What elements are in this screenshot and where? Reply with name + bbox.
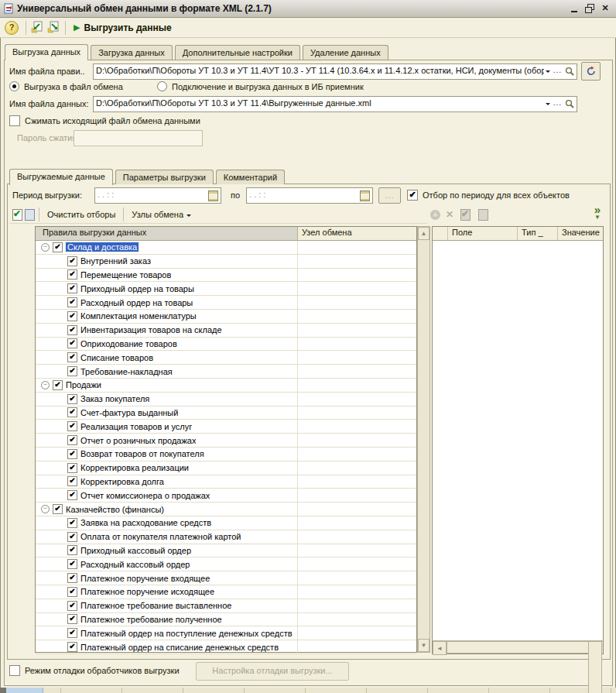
- tree-item-row[interactable]: ✔Платежное поручение входящее: [36, 571, 416, 585]
- close-icon[interactable]: ✕: [601, 4, 610, 13]
- tree-item-row[interactable]: ✔Платежное поручение исходящее: [36, 585, 416, 599]
- collapse-icon[interactable]: −: [41, 505, 50, 513]
- item-checkbox[interactable]: ✔: [67, 407, 77, 417]
- item-checkbox[interactable]: ✔: [67, 559, 77, 569]
- column-field-header[interactable]: Поле: [448, 227, 518, 240]
- data-file-input[interactable]: D:\Обработки\П\Обороты УТ 10.3 и УТ 11.4…: [93, 96, 577, 112]
- item-checkbox[interactable]: ✔: [67, 338, 77, 348]
- export-data-button[interactable]: ▶ Выгрузить данные: [69, 21, 176, 35]
- item-checkbox[interactable]: ✔: [67, 366, 77, 376]
- collapse-icon[interactable]: −: [41, 381, 50, 389]
- minimize-icon[interactable]: [570, 4, 579, 13]
- tree-item-row[interactable]: ✔Отчет о розничных продажах: [36, 434, 416, 448]
- load-settings-icon[interactable]: [31, 21, 44, 34]
- period-filter-checkbox[interactable]: ✔ Отбор по периоду для всех объектов: [407, 190, 570, 201]
- tree-item-row[interactable]: ✔Требование-накладная: [36, 365, 416, 379]
- tree-item-row[interactable]: ✔Возврат товаров от покупателя: [36, 448, 416, 461]
- check-all-icon[interactable]: ✔: [11, 208, 23, 221]
- tree-item-row[interactable]: ✔Перемещение товаров: [36, 269, 416, 283]
- item-checkbox[interactable]: ✔: [67, 601, 77, 611]
- tab-delete-data[interactable]: Удаление данных: [303, 45, 388, 60]
- tree-item-row[interactable]: ✔Счет-фактура выданный: [36, 407, 416, 420]
- column-node-header[interactable]: Узел обмена: [298, 227, 416, 240]
- tree-item-row[interactable]: ✔Платежное требование полученное: [36, 613, 416, 627]
- uncheck-all-icon[interactable]: [23, 208, 36, 221]
- rules-file-input[interactable]: D:\Обработки\П\Обороты УТ 10.3 и УТ 11.4…: [93, 63, 577, 80]
- tab-export-parameters[interactable]: Параметры выгрузки: [115, 170, 214, 184]
- tab-import-data[interactable]: Загрузка данных: [91, 45, 173, 60]
- item-checkbox[interactable]: ✔: [67, 573, 77, 583]
- tree-item-row[interactable]: ✔Расходный ордер на товары: [36, 296, 416, 310]
- tree-vertical-scrollbar[interactable]: ▲ ▼: [417, 226, 430, 653]
- data-file-dropdown-icon[interactable]: [544, 97, 552, 111]
- item-checkbox[interactable]: ✔: [53, 380, 63, 390]
- item-checkbox[interactable]: ✔: [67, 256, 77, 266]
- reload-rules-button[interactable]: [581, 62, 601, 81]
- tree-group-row[interactable]: −✔Склад и доставка: [36, 241, 416, 255]
- tree-item-row[interactable]: ✔Платежное требование выставленное: [36, 599, 416, 613]
- item-checkbox[interactable]: ✔: [67, 642, 77, 652]
- column-rules-header[interactable]: Правила выгрузки данных: [36, 227, 298, 240]
- tree-group-row[interactable]: −✔Продажи: [36, 379, 416, 393]
- collapse-icon[interactable]: −: [41, 243, 50, 252]
- tree-item-row[interactable]: ✔Приходный кассовый ордер: [36, 544, 416, 558]
- radio-export-to-infobase[interactable]: Подключение и выгрузка данных в ИБ прием…: [157, 81, 364, 91]
- period-from-input[interactable]: . . : :: [94, 187, 221, 204]
- item-checkbox[interactable]: ✔: [67, 628, 77, 638]
- item-checkbox[interactable]: ✔: [67, 614, 77, 624]
- scroll-up-icon[interactable]: ▲: [418, 227, 429, 240]
- tree-item-row[interactable]: ✔Корректировка реализации: [36, 461, 416, 475]
- item-checkbox[interactable]: ✔: [67, 463, 77, 473]
- tree-item-row[interactable]: ✔Отчет комиссионера о продажах: [36, 489, 416, 503]
- tree-item-row[interactable]: ✔Платежный ордер на списание денежных ср…: [36, 640, 416, 654]
- calendar-icon[interactable]: [358, 188, 372, 203]
- tree-item-row[interactable]: ✔Приходный ордер на товары: [36, 282, 416, 296]
- tab-additional-settings[interactable]: Дополнительные настройки: [175, 45, 300, 60]
- tree-item-row[interactable]: ✔Реализация товаров и услуг: [36, 420, 416, 434]
- item-checkbox[interactable]: ✔: [53, 242, 63, 252]
- data-file-browse-button[interactable]: ...: [552, 97, 563, 111]
- period-to-input[interactable]: . . : :: [246, 187, 373, 204]
- item-checkbox[interactable]: ✔: [67, 449, 77, 459]
- tree-item-row[interactable]: ✔Списание товаров: [36, 351, 416, 365]
- tree-item-row[interactable]: ✔Заявка на расходование средств: [36, 516, 416, 530]
- tree-group-row[interactable]: −✔Казначейство (финансы): [36, 503, 416, 516]
- data-file-open-icon[interactable]: [563, 97, 577, 111]
- item-checkbox[interactable]: ✔: [53, 504, 63, 514]
- item-checkbox[interactable]: ✔: [67, 311, 77, 321]
- tree-item-row[interactable]: ✔Платежный ордер на поступление денежных…: [36, 626, 416, 640]
- rules-file-dropdown-icon[interactable]: [544, 64, 552, 79]
- tab-export-data[interactable]: Выгрузка данных: [5, 44, 88, 60]
- scrollbar-thumb[interactable]: [447, 641, 589, 654]
- clear-filters-button[interactable]: Очистить отборы: [43, 208, 120, 221]
- item-checkbox[interactable]: ✔: [67, 269, 77, 280]
- item-checkbox[interactable]: ✔: [67, 325, 77, 335]
- tree-item-row[interactable]: ✔Оплата от покупателя платежной картой: [36, 530, 416, 544]
- column-type-header[interactable]: Тип _: [518, 227, 558, 240]
- scroll-left-icon[interactable]: ◄: [433, 641, 447, 655]
- restore-icon[interactable]: [585, 4, 594, 13]
- item-checkbox[interactable]: ✔: [67, 545, 77, 555]
- item-checkbox[interactable]: ✔: [67, 283, 77, 293]
- debug-mode-checkbox[interactable]: ✔ Режим отладки обработчиков выгрузки: [9, 665, 180, 676]
- tree-item-row[interactable]: ✔Расходный кассовый ордер: [36, 557, 416, 571]
- tree-item-row[interactable]: ✔Корректировка долга: [36, 475, 416, 489]
- calendar-icon[interactable]: [207, 188, 221, 203]
- item-checkbox[interactable]: ✔: [67, 421, 77, 431]
- help-icon[interactable]: ?: [5, 21, 19, 35]
- exchange-nodes-button[interactable]: Узлы обмена: [127, 208, 196, 221]
- tree-item-row[interactable]: ✔Комплектация номенклатуры: [36, 310, 416, 324]
- radio-export-to-file[interactable]: Выгрузка в файл обмена: [9, 81, 123, 91]
- item-checkbox[interactable]: ✔: [67, 297, 77, 307]
- column-value-header[interactable]: Значение: [558, 227, 603, 240]
- item-checkbox[interactable]: ✔: [67, 352, 77, 362]
- tree-item-row[interactable]: ✔Внутренний заказ: [36, 255, 416, 269]
- rules-file-open-icon[interactable]: [563, 64, 577, 79]
- scroll-right-icon[interactable]: ►: [588, 641, 602, 693]
- collapse-panel-icon[interactable]: ▼: [591, 214, 604, 221]
- item-checkbox[interactable]: ✔: [67, 490, 77, 500]
- tab-comment[interactable]: Комментарий: [216, 170, 285, 184]
- item-checkbox[interactable]: ✔: [67, 532, 77, 542]
- tree-item-row[interactable]: ✔Заказ покупателя: [36, 393, 416, 407]
- tree-item-row[interactable]: ✔Инвентаризация товаров на складе: [36, 324, 416, 338]
